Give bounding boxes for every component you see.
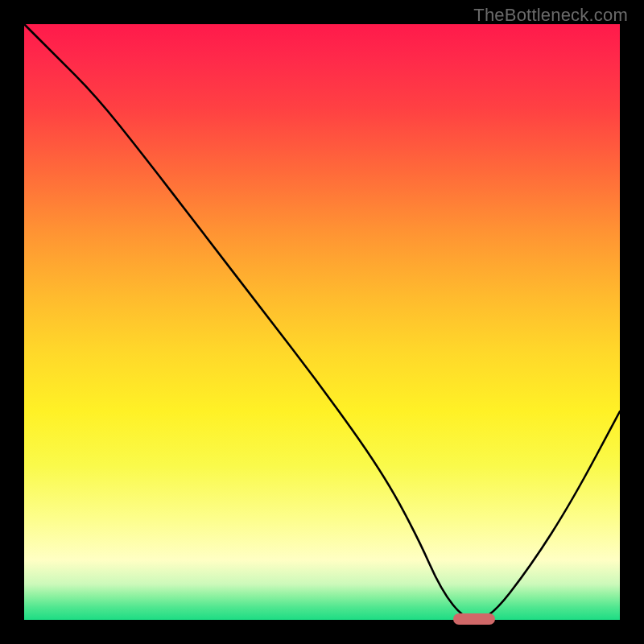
chart-plot-area bbox=[24, 24, 620, 620]
watermark-label: TheBottleneck.com bbox=[473, 5, 628, 26]
curve-path bbox=[24, 24, 620, 620]
bottleneck-curve bbox=[24, 24, 620, 620]
optimum-marker bbox=[453, 613, 495, 625]
